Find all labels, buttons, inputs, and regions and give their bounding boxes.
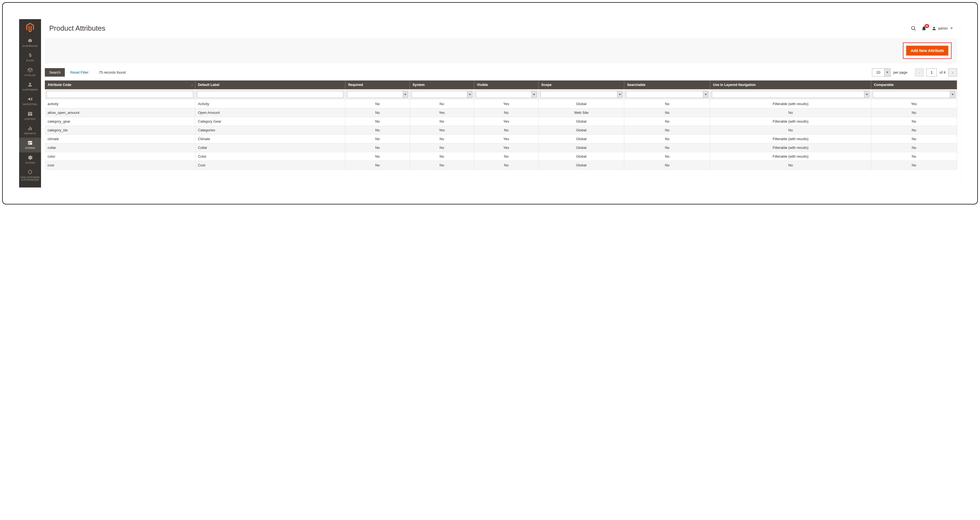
sidebar: DASHBOARD SALES CATALOG CUSTOMERS MARKET… xyxy=(19,19,41,187)
col-visible[interactable]: Visible xyxy=(474,80,538,89)
col-default-label[interactable]: Default Label xyxy=(195,80,345,89)
table-row[interactable]: activityActivityNoNoYesGlobalNoFilterabl… xyxy=(45,100,957,108)
sidebar-item-reports[interactable]: REPORTS xyxy=(19,123,41,138)
cell-comparable: No xyxy=(871,126,957,135)
add-new-attribute-button[interactable]: Add New Attribute xyxy=(906,46,948,56)
cell-scope: Global xyxy=(538,144,624,152)
col-system[interactable]: System xyxy=(410,80,474,89)
grid-header-row: Attribute Code↓ Default Label Required S… xyxy=(45,80,957,89)
dashboard-icon xyxy=(27,38,33,44)
sidebar-item-system[interactable]: SYSTEM xyxy=(19,152,41,167)
col-comparable[interactable]: Comparable xyxy=(871,80,957,89)
page-actions: Add New Attribute xyxy=(45,38,957,63)
sidebar-item-label: REPORTS xyxy=(24,132,36,135)
search-button[interactable]: Search xyxy=(45,68,65,77)
per-page-select[interactable]: 20 xyxy=(872,69,891,77)
filter-scope[interactable] xyxy=(540,91,623,98)
cell-label: Climate xyxy=(195,135,345,144)
filter-attribute-code[interactable] xyxy=(46,91,193,98)
cell-code: color xyxy=(45,152,195,161)
caret-down-icon xyxy=(950,28,953,29)
page-of-label: of 4 xyxy=(940,70,945,75)
cell-layered: No xyxy=(710,161,871,170)
magento-logo[interactable] xyxy=(19,19,41,35)
table-row[interactable]: costCostNoNoNoGlobalNoNoNo xyxy=(45,161,957,170)
filter-system[interactable] xyxy=(412,91,472,98)
cell-searchable: No xyxy=(624,135,710,144)
sidebar-item-label: FIND PARTNERS & EXTENSIONS xyxy=(20,176,40,182)
cell-visible: Yes xyxy=(474,144,538,152)
user-menu[interactable]: admin xyxy=(932,26,953,31)
cell-comparable: No xyxy=(871,152,957,161)
sidebar-item-dashboard[interactable]: DASHBOARD xyxy=(19,35,41,50)
col-scope[interactable]: Scope xyxy=(538,80,624,89)
cell-label: Cost xyxy=(195,161,345,170)
sidebar-item-sales[interactable]: SALES xyxy=(19,50,41,65)
cell-label: Category Gear xyxy=(195,117,345,126)
sidebar-item-stores[interactable]: STORES xyxy=(19,138,41,152)
cell-scope: Global xyxy=(538,100,624,108)
sidebar-item-customers[interactable]: CUSTOMERS xyxy=(19,79,41,94)
cell-searchable: No xyxy=(624,152,710,161)
cell-code: category_gear xyxy=(45,117,195,126)
filter-comparable[interactable] xyxy=(873,91,955,98)
cell-scope: Global xyxy=(538,135,624,144)
chevron-down-icon xyxy=(531,91,536,98)
reset-filter-link[interactable]: Reset Filter xyxy=(70,70,88,75)
col-searchable[interactable]: Searchable xyxy=(624,80,710,89)
content-icon xyxy=(27,111,33,117)
filter-searchable[interactable] xyxy=(626,91,708,98)
cell-required: No xyxy=(345,117,410,126)
cell-layered: Filterable (with results) xyxy=(710,135,871,144)
sidebar-item-content[interactable]: CONTENT xyxy=(19,108,41,123)
highlight-box: Add New Attribute xyxy=(903,42,951,59)
sort-asc-icon: ↓ xyxy=(191,83,193,86)
table-row[interactable]: category_gearCategory GearNoNoYesGlobalN… xyxy=(45,117,957,126)
search-icon[interactable] xyxy=(911,26,916,31)
cell-system: No xyxy=(410,161,474,170)
table-row[interactable]: climateClimateNoNoYesGlobalNoFilterable … xyxy=(45,135,957,144)
cell-system: Yes xyxy=(410,126,474,135)
sidebar-item-catalog[interactable]: CATALOG xyxy=(19,65,41,79)
chevron-down-icon xyxy=(950,91,955,98)
chevron-down-icon xyxy=(617,91,622,98)
cell-layered: Filterable (with results) xyxy=(710,144,871,152)
per-page-dropdown-icon[interactable] xyxy=(884,69,890,77)
table-row[interactable]: colorColorNoNoNoGlobalNoFilterable (with… xyxy=(45,152,957,161)
col-attribute-code[interactable]: Attribute Code↓ xyxy=(45,80,195,89)
sidebar-item-partners[interactable]: FIND PARTNERS & EXTENSIONS xyxy=(19,167,41,184)
filter-default-label[interactable] xyxy=(197,91,344,98)
sidebar-item-label: SYSTEM xyxy=(25,162,35,164)
table-row[interactable]: category_idsCategoriesNoYesNoGlobalNoNoN… xyxy=(45,126,957,135)
box-icon xyxy=(27,67,33,73)
cell-visible: No xyxy=(474,161,538,170)
cell-searchable: No xyxy=(624,161,710,170)
cell-required: No xyxy=(345,108,410,117)
sidebar-item-marketing[interactable]: MARKETING xyxy=(19,94,41,108)
cell-system: No xyxy=(410,135,474,144)
main-content: Product Attributes 39 admin xyxy=(41,19,961,187)
gear-icon xyxy=(27,155,33,161)
table-row[interactable]: allow_open_amountOpen AmountNoYesNoWeb S… xyxy=(45,108,957,117)
user-name: admin xyxy=(938,26,948,30)
page-title: Product Attributes xyxy=(49,24,105,33)
prev-page-button[interactable]: ‹ xyxy=(915,69,924,77)
col-required[interactable]: Required xyxy=(345,80,410,89)
per-page-label: per page xyxy=(893,70,907,75)
filter-required[interactable] xyxy=(347,91,408,98)
next-page-button[interactable]: › xyxy=(948,69,957,77)
table-row[interactable]: collarCollarNoNoYesGlobalNoFilterable (w… xyxy=(45,144,957,152)
cell-visible: Yes xyxy=(474,100,538,108)
chevron-down-icon xyxy=(403,91,408,98)
cell-code: category_ids xyxy=(45,126,195,135)
filter-visible[interactable] xyxy=(476,91,536,98)
col-layered[interactable]: Use in Layered Navigation xyxy=(710,80,871,89)
page-input[interactable] xyxy=(926,69,937,77)
chevron-down-icon xyxy=(864,91,869,98)
cell-system: No xyxy=(410,117,474,126)
cell-layered: Filterable (with results) xyxy=(710,117,871,126)
notifications-icon[interactable]: 39 xyxy=(921,26,927,31)
filter-layered[interactable] xyxy=(712,91,869,98)
per-page-value: 20 xyxy=(872,69,884,77)
grid-filter-row xyxy=(45,89,957,100)
